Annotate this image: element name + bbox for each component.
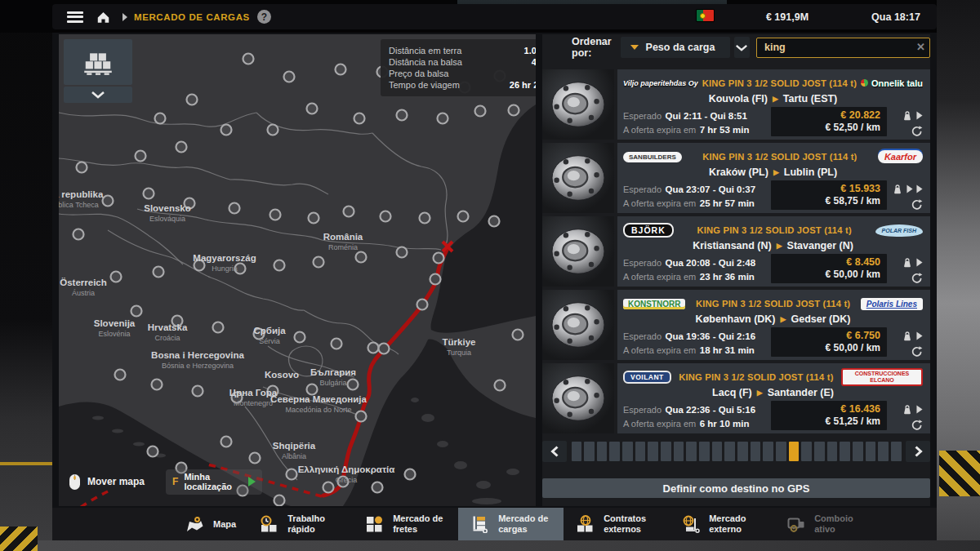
city-dot[interactable] <box>438 113 448 124</box>
city-dot[interactable] <box>213 322 224 333</box>
city-dot[interactable] <box>148 447 158 457</box>
city-dot[interactable] <box>155 113 166 124</box>
cargo-offer-card[interactable]: SANBUILDERS KING PIN 3 1/2 SOLID JOST (1… <box>542 143 930 213</box>
city-dot[interactable] <box>307 104 318 114</box>
tab-mapa[interactable]: Mapa <box>173 508 247 540</box>
page-block[interactable] <box>840 442 850 461</box>
city-dot[interactable] <box>434 253 444 264</box>
city-dot[interactable] <box>475 106 486 117</box>
page-block[interactable] <box>827 442 838 461</box>
page-block[interactable] <box>686 442 697 461</box>
page-block[interactable] <box>724 442 735 461</box>
page-block[interactable] <box>776 442 786 461</box>
city-dot[interactable] <box>356 411 367 422</box>
city-dot[interactable] <box>356 252 367 263</box>
page-block[interactable] <box>699 442 710 461</box>
page-block[interactable] <box>674 442 684 461</box>
page-block[interactable] <box>572 442 582 461</box>
city-dot[interactable] <box>229 203 240 214</box>
sort-expand-button[interactable] <box>734 37 750 58</box>
tab-comboio-ativo[interactable]: Comboio ativo <box>774 508 880 540</box>
city-dot[interactable] <box>354 113 365 124</box>
city-dot[interactable] <box>103 196 114 207</box>
city-dot[interactable] <box>187 95 198 105</box>
search-input[interactable] <box>756 38 930 58</box>
prev-page-button[interactable] <box>542 441 567 462</box>
city-dot[interactable] <box>77 162 87 173</box>
page-block[interactable] <box>878 442 889 461</box>
trailer-filter-expand-button[interactable] <box>64 87 132 103</box>
trailer-filter-button[interactable] <box>64 39 132 85</box>
page-block[interactable] <box>853 442 863 461</box>
city-dot[interactable] <box>115 370 126 380</box>
city-dot[interactable] <box>144 189 154 199</box>
city-dot[interactable] <box>287 469 297 480</box>
city-dot[interactable] <box>344 207 354 217</box>
page-block[interactable] <box>661 442 671 461</box>
city-dot[interactable] <box>379 344 390 354</box>
city-dot[interactable] <box>270 210 281 220</box>
city-dot[interactable] <box>372 482 383 493</box>
page-block[interactable] <box>584 442 595 461</box>
city-dot[interactable] <box>489 216 500 227</box>
city-dot[interactable] <box>430 274 441 285</box>
tab-contratos-externos[interactable]: Contratos externos <box>564 508 669 540</box>
city-dot[interactable] <box>368 343 379 353</box>
tab-mercado-de-cargas[interactable]: Mercado de cargas <box>458 508 564 540</box>
tab-mercado-de-fretes[interactable]: Mercado de fretes <box>353 508 458 540</box>
city-dot[interactable] <box>405 469 416 480</box>
city-dot[interactable] <box>309 213 319 224</box>
page-block[interactable] <box>891 442 902 461</box>
page-block[interactable] <box>635 442 646 461</box>
tab-mercado-externo[interactable]: Mercado externo <box>669 508 774 540</box>
city-dot[interactable] <box>176 142 187 153</box>
city-dot[interactable] <box>336 64 346 75</box>
city-dot[interactable] <box>397 110 408 121</box>
set-gps-destination-button[interactable]: Definir como destino no GPS <box>542 478 930 498</box>
tab-trabalho-rapido[interactable]: Trabalho rápido <box>247 508 353 540</box>
city-dot[interactable] <box>509 105 519 116</box>
page-block[interactable] <box>814 442 825 461</box>
sort-dropdown[interactable]: Peso da carga <box>621 37 730 58</box>
city-dot[interactable] <box>274 260 285 271</box>
my-location-button[interactable]: F Minha localização <box>166 469 262 495</box>
page-block[interactable] <box>801 442 812 461</box>
cargo-offer-card[interactable]: Viljo paperitehdas Oy KING PIN 3 1/2 SOL… <box>542 69 930 140</box>
city-dot[interactable] <box>284 72 295 82</box>
city-dot[interactable] <box>131 306 142 317</box>
city-dot[interactable] <box>417 300 428 310</box>
cargo-offer-card[interactable]: KONSTNORR KING PIN 3 1/2 SOLID JOST (114… <box>542 290 930 360</box>
help-button[interactable]: ? <box>257 10 271 24</box>
city-dot[interactable] <box>332 339 342 349</box>
page-block[interactable] <box>609 442 620 461</box>
city-dot[interactable] <box>136 151 146 162</box>
city-dot[interactable] <box>193 386 203 397</box>
city-dot[interactable] <box>348 380 359 390</box>
page-block[interactable] <box>751 442 761 461</box>
city-dot[interactable] <box>154 267 164 278</box>
city-dot[interactable] <box>152 380 163 390</box>
city-dot[interactable] <box>221 125 232 136</box>
city-dot[interactable] <box>74 229 84 240</box>
city-dot[interactable] <box>243 54 254 64</box>
city-dot[interactable] <box>314 257 324 268</box>
city-dot[interactable] <box>268 125 278 136</box>
next-page-button[interactable] <box>906 441 930 462</box>
page-block[interactable] <box>712 442 723 461</box>
page-block[interactable] <box>622 442 633 461</box>
city-dot[interactable] <box>274 495 285 506</box>
menu-icon[interactable] <box>67 11 83 23</box>
map-canvas[interactable]: á republikablica TchecaSlovenskoEslováqu… <box>59 34 536 506</box>
city-dot[interactable] <box>111 272 122 282</box>
page-block[interactable] <box>763 442 773 461</box>
page-block[interactable] <box>648 442 658 461</box>
city-dot[interactable] <box>250 453 261 464</box>
city-dot[interactable] <box>397 247 408 258</box>
page-block[interactable] <box>789 442 800 461</box>
city-dot[interactable] <box>458 211 469 222</box>
city-dot[interactable] <box>513 330 523 340</box>
home-icon[interactable] <box>96 11 110 24</box>
city-dot[interactable] <box>323 482 334 493</box>
clear-search-icon[interactable]: ✕ <box>916 41 925 53</box>
city-dot[interactable] <box>381 211 391 222</box>
